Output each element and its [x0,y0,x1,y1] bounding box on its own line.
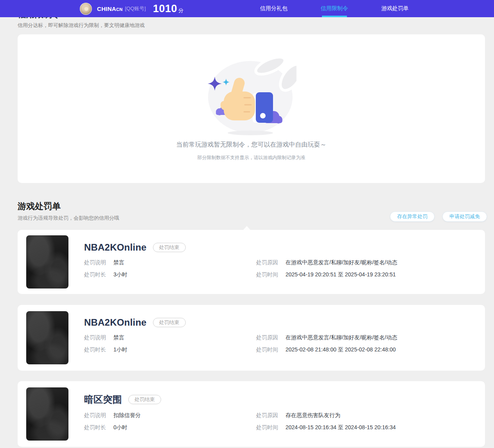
reason-label: 处罚原因 [256,411,280,419]
tab-credit-restriction[interactable]: 信用限制令 [321,0,348,17]
status-badge: 处罚结束 [128,395,161,404]
top-navbar: CHINAcn [QQ账号] 1010 分 信用分礼包 信用限制令 游戏处罚单 [0,0,494,17]
credit-score: 1010 分 [153,3,183,15]
penalty-card: 暗区突围 处罚结束 处罚说明扣除信誉分 处罚原因存在恶意伤害队友行为 处罚时长0… [18,381,485,447]
desc-label: 处罚说明 [84,258,108,266]
game-thumbnail [26,387,68,441]
no-restriction-note: 部分限制数据不支持显示，请以游戏内限制记录为准 [18,154,485,161]
desc-label: 处罚说明 [84,411,108,419]
reason-value: 在游戏中恶意发言/私聊/加好友/昵称/签名/动态 [286,258,397,266]
time-value: 2025-02-08 21:48:00 至 2025-02-08 22:48:0… [286,346,396,353]
time-label: 处罚时间 [256,271,280,278]
reason-value: 存在恶意伤害队友行为 [286,411,340,419]
user-name: CHINAcn [97,5,123,12]
penalty-actions: 存在异常处罚 申请处罚减免 [390,211,487,222]
penalty-card: NBA2KOnline 处罚结束 处罚说明禁言 处罚原因在游戏中恶意发言/私聊/… [18,230,485,294]
desc-label: 处罚说明 [84,333,108,341]
game-title: 暗区突围 [84,393,122,406]
reason-label: 处罚原因 [256,333,280,341]
nav-tabs: 信用分礼包 信用限制令 游戏处罚单 [260,0,409,17]
penalty-section-subtitle: 游戏行为违规导致处罚，会影响您的信用分哦 [18,215,119,222]
penalty-card-body: NBA2KOnline 处罚结束 处罚说明禁言 处罚原因在游戏中恶意发言/私聊/… [84,236,477,288]
duration-value: 1小时 [113,346,128,353]
credit-score-unit: 分 [178,7,183,14]
duration-label: 处罚时长 [84,271,108,278]
time-label: 处罚时间 [256,346,280,353]
reason-label: 处罚原因 [256,258,280,266]
user-name-suffix: cn [116,7,123,12]
duration-value: 3小时 [113,271,128,278]
penalty-card-body: NBA2KOnline 处罚结束 处罚说明禁言 处罚原因在游戏中恶意发言/私聊/… [84,311,477,365]
time-label: 处罚时间 [256,423,280,431]
desc-value: 禁言 [113,333,124,341]
duration-label: 处罚时长 [84,423,108,431]
desc-value: 禁言 [113,258,124,266]
game-title: NBA2KOnline [84,317,147,328]
penalty-section-title: 游戏处罚单 [18,201,61,212]
penalty-relief-button[interactable]: 申请处罚减免 [442,211,487,222]
tab-credit-gift[interactable]: 信用分礼包 [260,0,287,17]
game-thumbnail [26,311,68,364]
thumbs-up-illustration [207,57,296,135]
reason-value: 在游戏中恶意发言/私聊/加好友/昵称/签名/动态 [286,333,397,341]
restriction-section-subtitle: 信用分达标，即可解除游戏行为限制，要文明健康地游戏 [18,22,145,29]
card-notch [243,226,250,230]
tab-game-penalty[interactable]: 游戏处罚单 [381,0,409,17]
credit-page: CHINAcn [QQ账号] 1010 分 信用分礼包 信用限制令 游戏处罚单 … [0,0,494,448]
penalty-card: NBA2KOnline 处罚结束 处罚说明禁言 处罚原因在游戏中恶意发言/私聊/… [18,305,485,371]
game-thumbnail [26,235,68,289]
account-type-label: [QQ账号] [125,5,146,12]
no-restriction-message: 当前常玩游戏暂无限制令，您可以在游戏中自由玩耍～ [18,141,485,149]
user-name-main: CHINA [97,5,116,12]
duration-label: 处罚时长 [84,346,108,353]
status-badge: 处罚结束 [153,318,186,327]
credit-score-value: 1010 [153,3,177,15]
time-value: 2025-04-19 20:20:51 至 2025-04-19 23:20:5… [286,271,396,278]
no-restriction-card: 当前常玩游戏暂无限制令，您可以在游戏中自由玩耍～ 部分限制数据不支持显示，请以游… [18,34,485,183]
duration-value: 0小时 [113,423,128,431]
status-badge: 处罚结束 [153,243,186,252]
game-title: NBA2KOnline [84,242,147,253]
abnormal-penalty-button[interactable]: 存在异常处罚 [390,211,435,222]
user-summary: CHINAcn [QQ账号] 1010 分 [80,3,183,15]
desc-value: 扣除信誉分 [113,411,141,419]
time-value: 2024-08-15 20:16:34 至 2024-08-15 20:16:3… [286,423,396,431]
penalty-card-body: 暗区突围 处罚结束 处罚说明扣除信誉分 处罚原因存在恶意伤害队友行为 处罚时长0… [84,387,477,441]
user-avatar [80,3,92,15]
